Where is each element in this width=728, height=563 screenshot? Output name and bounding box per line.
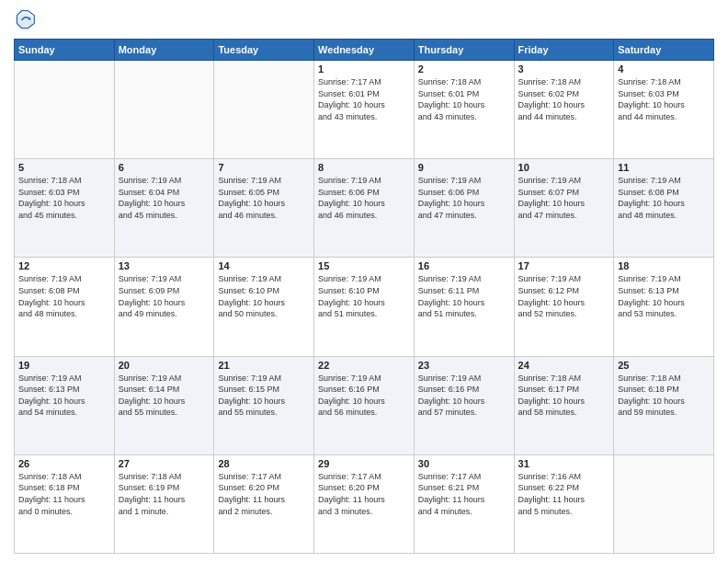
weekday-header-saturday: Saturday <box>614 40 714 61</box>
day-number: 11 <box>618 162 710 173</box>
day-number: 30 <box>418 458 510 469</box>
calendar-cell <box>214 61 314 159</box>
day-number: 9 <box>418 162 510 173</box>
calendar-cell: 20Sunrise: 7:19 AM Sunset: 6:14 PM Dayli… <box>114 356 214 454</box>
day-number: 14 <box>218 260 310 271</box>
calendar-table: SundayMondayTuesdayWednesdayThursdayFrid… <box>14 39 714 554</box>
day-info: Sunrise: 7:18 AM Sunset: 6:18 PM Dayligh… <box>18 471 110 517</box>
calendar-cell: 11Sunrise: 7:19 AM Sunset: 6:08 PM Dayli… <box>614 159 714 258</box>
calendar-cell: 21Sunrise: 7:19 AM Sunset: 6:15 PM Dayli… <box>214 356 314 454</box>
day-info: Sunrise: 7:18 AM Sunset: 6:01 PM Dayligh… <box>418 76 510 122</box>
calendar-cell: 27Sunrise: 7:18 AM Sunset: 6:19 PM Dayli… <box>114 454 214 553</box>
day-info: Sunrise: 7:18 AM Sunset: 6:17 PM Dayligh… <box>518 373 610 419</box>
day-number: 5 <box>18 162 110 173</box>
weekday-header-thursday: Thursday <box>414 40 514 61</box>
calendar-cell: 29Sunrise: 7:17 AM Sunset: 6:20 PM Dayli… <box>314 454 415 553</box>
page: SundayMondayTuesdayWednesdayThursdayFrid… <box>0 0 728 563</box>
calendar-cell: 24Sunrise: 7:18 AM Sunset: 6:17 PM Dayli… <box>514 356 614 454</box>
calendar-cell: 13Sunrise: 7:19 AM Sunset: 6:09 PM Dayli… <box>114 258 214 356</box>
day-info: Sunrise: 7:19 AM Sunset: 6:13 PM Dayligh… <box>18 373 110 419</box>
calendar-cell: 18Sunrise: 7:19 AM Sunset: 6:13 PM Dayli… <box>614 258 714 356</box>
day-number: 28 <box>218 458 310 469</box>
day-number: 31 <box>518 458 610 469</box>
calendar-cell: 28Sunrise: 7:17 AM Sunset: 6:20 PM Dayli… <box>214 454 314 553</box>
day-number: 8 <box>318 162 410 173</box>
day-info: Sunrise: 7:19 AM Sunset: 6:06 PM Dayligh… <box>318 175 410 221</box>
calendar-cell: 7Sunrise: 7:19 AM Sunset: 6:05 PM Daylig… <box>214 159 314 258</box>
weekday-header-sunday: Sunday <box>15 40 115 61</box>
calendar-cell: 16Sunrise: 7:19 AM Sunset: 6:11 PM Dayli… <box>414 258 514 356</box>
day-info: Sunrise: 7:19 AM Sunset: 6:09 PM Dayligh… <box>119 273 210 319</box>
day-number: 15 <box>318 260 410 271</box>
header <box>14 9 714 31</box>
calendar-cell: 12Sunrise: 7:19 AM Sunset: 6:08 PM Dayli… <box>15 258 115 356</box>
weekday-header-tuesday: Tuesday <box>214 40 314 61</box>
day-info: Sunrise: 7:19 AM Sunset: 6:08 PM Dayligh… <box>18 273 110 319</box>
day-info: Sunrise: 7:18 AM Sunset: 6:02 PM Dayligh… <box>518 76 610 122</box>
calendar-cell <box>614 454 714 553</box>
day-info: Sunrise: 7:19 AM Sunset: 6:08 PM Dayligh… <box>618 175 710 221</box>
day-number: 26 <box>18 458 110 469</box>
weekday-header-friday: Friday <box>514 40 614 61</box>
calendar-cell: 25Sunrise: 7:18 AM Sunset: 6:18 PM Dayli… <box>614 356 714 454</box>
calendar-cell: 22Sunrise: 7:19 AM Sunset: 6:16 PM Dayli… <box>314 356 415 454</box>
day-info: Sunrise: 7:17 AM Sunset: 6:20 PM Dayligh… <box>218 471 310 517</box>
day-number: 4 <box>618 63 710 75</box>
day-number: 29 <box>318 458 410 469</box>
day-info: Sunrise: 7:19 AM Sunset: 6:15 PM Dayligh… <box>218 373 310 419</box>
day-number: 20 <box>119 360 210 371</box>
day-number: 24 <box>518 360 610 371</box>
day-number: 23 <box>418 360 510 371</box>
day-number: 3 <box>518 63 610 75</box>
calendar-cell: 9Sunrise: 7:19 AM Sunset: 6:06 PM Daylig… <box>414 159 514 258</box>
day-info: Sunrise: 7:19 AM Sunset: 6:04 PM Dayligh… <box>119 175 210 221</box>
logo-icon <box>14 9 36 31</box>
calendar-cell: 2Sunrise: 7:18 AM Sunset: 6:01 PM Daylig… <box>414 61 514 159</box>
day-number: 27 <box>119 458 210 469</box>
day-number: 2 <box>418 63 510 75</box>
day-number: 10 <box>518 162 610 173</box>
day-info: Sunrise: 7:18 AM Sunset: 6:19 PM Dayligh… <box>119 471 210 517</box>
calendar-cell: 17Sunrise: 7:19 AM Sunset: 6:12 PM Dayli… <box>514 258 614 356</box>
day-info: Sunrise: 7:16 AM Sunset: 6:22 PM Dayligh… <box>518 471 610 517</box>
calendar-cell: 15Sunrise: 7:19 AM Sunset: 6:10 PM Dayli… <box>314 258 415 356</box>
calendar-cell: 23Sunrise: 7:19 AM Sunset: 6:16 PM Dayli… <box>414 356 514 454</box>
day-number: 21 <box>218 360 310 371</box>
day-info: Sunrise: 7:19 AM Sunset: 6:10 PM Dayligh… <box>318 273 410 319</box>
day-number: 22 <box>318 360 410 371</box>
day-info: Sunrise: 7:17 AM Sunset: 6:21 PM Dayligh… <box>418 471 510 517</box>
calendar-cell: 10Sunrise: 7:19 AM Sunset: 6:07 PM Dayli… <box>514 159 614 258</box>
day-number: 1 <box>318 63 410 75</box>
day-info: Sunrise: 7:19 AM Sunset: 6:07 PM Dayligh… <box>518 175 610 221</box>
day-info: Sunrise: 7:18 AM Sunset: 6:03 PM Dayligh… <box>18 175 110 221</box>
day-info: Sunrise: 7:19 AM Sunset: 6:16 PM Dayligh… <box>418 373 510 419</box>
day-number: 6 <box>119 162 210 173</box>
day-number: 18 <box>618 260 710 271</box>
day-number: 25 <box>618 360 710 371</box>
day-number: 16 <box>418 260 510 271</box>
calendar-cell <box>15 61 115 159</box>
day-number: 12 <box>18 260 110 271</box>
day-info: Sunrise: 7:17 AM Sunset: 6:01 PM Dayligh… <box>318 76 410 122</box>
weekday-header-monday: Monday <box>114 40 214 61</box>
day-info: Sunrise: 7:19 AM Sunset: 6:11 PM Dayligh… <box>418 273 510 319</box>
day-info: Sunrise: 7:19 AM Sunset: 6:16 PM Dayligh… <box>318 373 410 419</box>
day-info: Sunrise: 7:19 AM Sunset: 6:10 PM Dayligh… <box>218 273 310 319</box>
calendar-cell: 19Sunrise: 7:19 AM Sunset: 6:13 PM Dayli… <box>15 356 115 454</box>
calendar-cell: 26Sunrise: 7:18 AM Sunset: 6:18 PM Dayli… <box>15 454 115 553</box>
day-info: Sunrise: 7:19 AM Sunset: 6:12 PM Dayligh… <box>518 273 610 319</box>
day-info: Sunrise: 7:19 AM Sunset: 6:13 PM Dayligh… <box>618 273 710 319</box>
day-number: 7 <box>218 162 310 173</box>
calendar-cell: 31Sunrise: 7:16 AM Sunset: 6:22 PM Dayli… <box>514 454 614 553</box>
calendar-cell: 5Sunrise: 7:18 AM Sunset: 6:03 PM Daylig… <box>15 159 115 258</box>
logo <box>14 9 40 31</box>
day-info: Sunrise: 7:18 AM Sunset: 6:03 PM Dayligh… <box>618 76 710 122</box>
calendar-cell: 14Sunrise: 7:19 AM Sunset: 6:10 PM Dayli… <box>214 258 314 356</box>
calendar-cell: 6Sunrise: 7:19 AM Sunset: 6:04 PM Daylig… <box>114 159 214 258</box>
day-number: 17 <box>518 260 610 271</box>
calendar-cell: 8Sunrise: 7:19 AM Sunset: 6:06 PM Daylig… <box>314 159 415 258</box>
day-info: Sunrise: 7:19 AM Sunset: 6:05 PM Dayligh… <box>218 175 310 221</box>
day-number: 19 <box>18 360 110 371</box>
day-info: Sunrise: 7:18 AM Sunset: 6:18 PM Dayligh… <box>618 373 710 419</box>
calendar-cell: 3Sunrise: 7:18 AM Sunset: 6:02 PM Daylig… <box>514 61 614 159</box>
